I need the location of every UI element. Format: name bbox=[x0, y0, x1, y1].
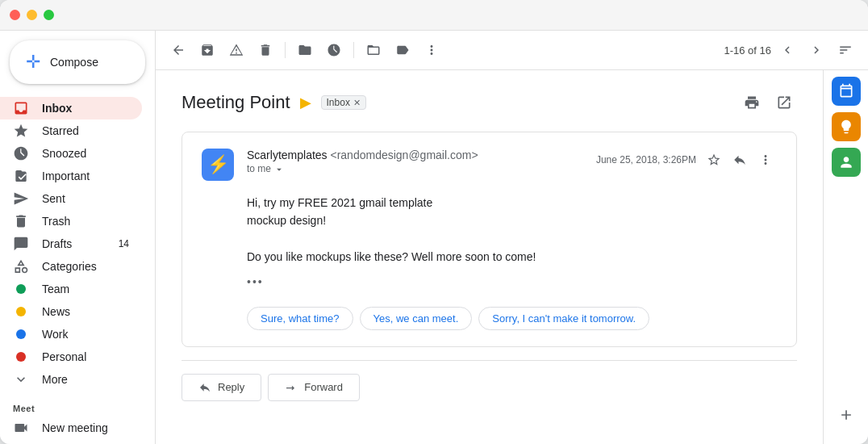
sidebar-item-inbox[interactable]: Inbox bbox=[0, 97, 142, 119]
sender-name: Scarlytemplates <randomdesign@gmail.com> bbox=[247, 149, 583, 161]
sidebar-item-news-label: News bbox=[42, 305, 129, 318]
toolbar-right: 1-16 of 16 bbox=[724, 37, 858, 63]
close-button[interactable] bbox=[10, 10, 20, 20]
star-email-button[interactable] bbox=[703, 149, 725, 171]
thread-header-actions bbox=[739, 90, 797, 115]
sidebar-item-personal[interactable]: Personal bbox=[0, 346, 142, 368]
sender-email: <randomdesign@gmail.com> bbox=[330, 149, 478, 161]
sidebar-item-team[interactable]: Team bbox=[0, 278, 142, 300]
clock-icon bbox=[13, 145, 29, 161]
reply-divider bbox=[182, 360, 797, 361]
sidebar-item-join-meeting[interactable]: Join a meeting bbox=[0, 439, 142, 444]
compose-plus-icon: ✛ bbox=[26, 52, 40, 73]
sidebar-item-work[interactable]: Work bbox=[0, 323, 142, 346]
view-options-button[interactable] bbox=[833, 37, 858, 63]
prev-page-button[interactable] bbox=[774, 37, 800, 63]
email-body-line1: Hi, try my FREE 2021 gmail template bbox=[247, 194, 777, 212]
email-ellipsis: ••• bbox=[247, 273, 777, 291]
more-email-button[interactable] bbox=[754, 149, 777, 171]
chevron-down-icon bbox=[13, 371, 29, 387]
toolbar-separator-2 bbox=[353, 42, 354, 58]
delete-icon bbox=[13, 213, 29, 229]
label-button[interactable] bbox=[390, 37, 415, 63]
sidebar-item-new-meeting-label: New meeting bbox=[42, 421, 129, 434]
open-new-window-button[interactable] bbox=[771, 90, 797, 115]
app-body: ✛ Compose Inbox Starred bbox=[0, 31, 868, 444]
spam-button[interactable] bbox=[223, 37, 249, 63]
sidebar-item-important[interactable]: Important bbox=[0, 165, 142, 187]
email-actions bbox=[703, 149, 777, 171]
sidebar-item-more-label: More bbox=[42, 373, 129, 386]
smart-reply-2[interactable]: Yes, we can meet. bbox=[360, 307, 473, 330]
next-page-button[interactable] bbox=[803, 37, 829, 63]
sidebar-item-sent[interactable]: Sent bbox=[0, 187, 142, 210]
smart-reply-1[interactable]: Sure, what time? bbox=[247, 307, 353, 330]
reply-actions: Reply Forward bbox=[182, 374, 797, 401]
sidebar-item-new-meeting[interactable]: New meeting bbox=[0, 417, 142, 439]
personal-dot-icon bbox=[13, 349, 29, 365]
sidebar-item-important-label: Important bbox=[42, 170, 129, 182]
toolbar-separator-1 bbox=[285, 42, 286, 58]
minimize-button[interactable] bbox=[27, 10, 37, 20]
sidebar-item-drafts[interactable]: Drafts 14 bbox=[0, 232, 142, 255]
folder-button[interactable] bbox=[361, 37, 386, 63]
important-icon bbox=[13, 168, 29, 184]
add-app-button[interactable] bbox=[830, 399, 862, 431]
inbox-tag: Inbox ✕ bbox=[321, 95, 366, 110]
move-button[interactable] bbox=[292, 37, 318, 63]
sidebar-item-snoozed[interactable]: Snoozed bbox=[0, 142, 142, 165]
reply-button[interactable]: Reply bbox=[182, 374, 261, 401]
toolbar: 1-16 of 16 bbox=[156, 31, 868, 70]
to-line[interactable]: to me bbox=[247, 163, 583, 175]
archive-button[interactable] bbox=[194, 37, 220, 63]
sidebar-item-starred[interactable]: Starred bbox=[0, 119, 142, 142]
news-dot-icon bbox=[13, 304, 29, 320]
email-body: Hi, try my FREE 2021 gmail template mock… bbox=[202, 194, 777, 291]
sidebar-item-inbox-label: Inbox bbox=[42, 102, 129, 115]
sidebar-item-more[interactable]: More bbox=[0, 368, 142, 391]
inbox-tag-close[interactable]: ✕ bbox=[353, 98, 361, 108]
google-calendar-button[interactable] bbox=[832, 77, 861, 106]
print-button[interactable] bbox=[739, 90, 765, 115]
delete-button[interactable] bbox=[252, 37, 278, 63]
sidebar-item-trash[interactable]: Trash bbox=[0, 210, 142, 232]
category-icon bbox=[13, 258, 29, 274]
email-body-line2: mockup design! bbox=[247, 212, 777, 229]
star-icon bbox=[13, 123, 29, 139]
email-card: ⚡ Scarlytemplates <randomdesign@gmail.co… bbox=[182, 132, 797, 347]
thread-title: Meeting Point bbox=[182, 92, 290, 113]
snooze-button[interactable] bbox=[321, 37, 347, 63]
meet-section-label: Meet bbox=[0, 391, 155, 417]
sender-avatar: ⚡ bbox=[202, 149, 234, 181]
thread-header: Meeting Point ▶ Inbox ✕ bbox=[182, 90, 797, 115]
sidebar-item-team-label: Team bbox=[42, 283, 129, 295]
contacts-button[interactable] bbox=[832, 148, 861, 177]
sidebar-item-snoozed-label: Snoozed bbox=[42, 147, 129, 160]
sidebar-item-personal-label: Personal bbox=[42, 350, 129, 363]
smart-replies: Sure, what time? Yes, we can meet. Sorry… bbox=[202, 307, 777, 330]
smart-reply-3[interactable]: Sorry, I can't make it tomorrow. bbox=[478, 307, 649, 330]
compose-label: Compose bbox=[50, 56, 98, 69]
sidebar-item-starred-label: Starred bbox=[42, 124, 129, 137]
back-button[interactable] bbox=[165, 37, 191, 63]
avatar-icon: ⚡ bbox=[207, 154, 229, 175]
work-dot-icon bbox=[13, 326, 29, 342]
sidebar: ✛ Compose Inbox Starred bbox=[0, 31, 155, 444]
maximize-button[interactable] bbox=[44, 10, 54, 20]
side-icons-panel bbox=[823, 70, 868, 444]
content-area: Meeting Point ▶ Inbox ✕ bbox=[156, 70, 868, 444]
sidebar-item-categories[interactable]: Categories bbox=[0, 255, 142, 278]
sidebar-item-categories-label: Categories bbox=[42, 260, 129, 273]
more-toolbar-button[interactable] bbox=[419, 37, 444, 63]
google-keep-button[interactable] bbox=[832, 112, 861, 141]
compose-button[interactable]: ✛ Compose bbox=[10, 40, 145, 84]
email-timestamp: June 25, 2018, 3:26PM bbox=[596, 149, 777, 171]
sidebar-item-sent-label: Sent bbox=[42, 192, 129, 205]
reply-quick-button[interactable] bbox=[728, 149, 751, 171]
right-panel: 1-16 of 16 Meeting Po bbox=[155, 31, 868, 444]
drafts-badge: 14 bbox=[119, 238, 129, 249]
video-icon bbox=[13, 420, 29, 436]
forward-button[interactable]: Forward bbox=[268, 374, 360, 401]
sidebar-item-news[interactable]: News bbox=[0, 300, 142, 323]
forward-arrow-icon: ▶ bbox=[300, 94, 311, 111]
